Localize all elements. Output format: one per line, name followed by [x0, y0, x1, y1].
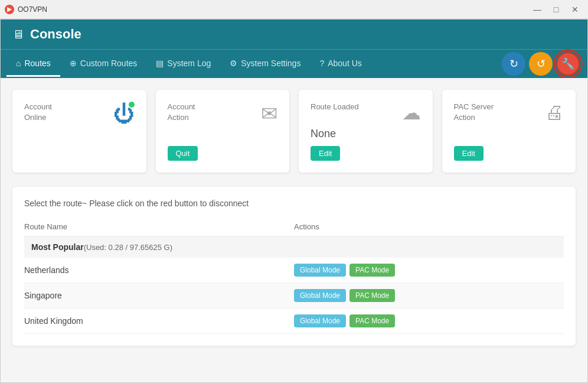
rotate-button[interactable]: ↺ [529, 52, 553, 76]
email-icon: ✉ [261, 102, 277, 125]
route-table-body: Most Popular(Used: 0.28 / 97.65625 G) Ne… [24, 236, 564, 334]
nav-system-log-label: System Log [167, 59, 211, 68]
pac-server-action-buttons: Edit [454, 146, 564, 161]
nav-system-settings-label: System Settings [241, 59, 300, 68]
account-action-buttons: Quit [168, 146, 278, 161]
help-icon: ? [319, 59, 324, 68]
online-status-dot [129, 102, 135, 108]
pac-mode-button-singapore[interactable]: PAC Mode [349, 289, 395, 302]
content-area: AccountOnline ⏻ AccountAction ✉ Quit [1, 78, 587, 382]
route-group-most-popular: Most Popular(Used: 0.28 / 97.65625 G) [24, 236, 564, 258]
route-edit-button[interactable]: Edit [311, 146, 340, 161]
cloud-icon: ☁ [402, 102, 421, 124]
actions-cell: Global Mode PAC Mode [294, 289, 564, 302]
route-name-netherlands: Netherlands [24, 258, 294, 283]
table-row: Singapore Global Mode PAC Mode [24, 283, 564, 309]
gear-icon: ⚙ [230, 59, 237, 68]
route-actions-singapore: Global Mode PAC Mode [294, 283, 564, 309]
nav-item-system-log[interactable]: ▤ System Log [146, 51, 220, 77]
global-mode-button-uk[interactable]: Global Mode [294, 314, 346, 327]
nav-item-routes[interactable]: ⌂ Routes [6, 51, 60, 77]
table-row: Netherlands Global Mode PAC Mode [24, 258, 564, 283]
disconnect-button[interactable]: 🔧 [556, 52, 580, 76]
pac-server-label: PAC ServerAction [454, 102, 494, 123]
route-table-header-row: Route Name Actions [24, 218, 564, 236]
nav-item-custom-routes[interactable]: ⊕ Custom Routes [60, 51, 146, 77]
table-row: United Kingdom Global Mode PAC Mode [24, 309, 564, 334]
status-cards: AccountOnline ⏻ AccountAction ✉ Quit [12, 90, 576, 173]
route-status-text: None [311, 128, 421, 140]
route-table: Route Name Actions Most Popular(Used: 0.… [24, 218, 564, 334]
account-action-label: AccountAction [168, 102, 195, 123]
global-mode-button-singapore[interactable]: Global Mode [294, 289, 346, 302]
main-window: 🖥 Console ⌂ Routes ⊕ Custom Routes ▤ Sys… [0, 19, 588, 383]
header-title: Console [30, 27, 81, 42]
card-account-action: AccountAction ✉ Quit [156, 90, 290, 173]
card-account-online: AccountOnline ⏻ [12, 90, 146, 173]
header: 🖥 Console [1, 20, 587, 49]
actions-cell: Global Mode PAC Mode [294, 314, 564, 327]
group-usage: (Used: 0.28 / 97.65625 G) [84, 243, 172, 252]
minimize-button[interactable]: — [529, 4, 545, 15]
card-pac-server: PAC ServerAction 🖨 Edit [442, 90, 576, 173]
title-bar: ▶ OO7VPN — □ ✕ [0, 0, 588, 19]
console-icon: 🖥 [12, 28, 24, 41]
actions-cell: Global Mode PAC Mode [294, 264, 564, 277]
rotate-icon: ↺ [537, 57, 545, 70]
plus-icon: ⊕ [70, 59, 77, 68]
route-loaded-label: Route Loaded [311, 102, 359, 112]
account-online-label: AccountOnline [24, 102, 52, 123]
col-route-name: Route Name [24, 218, 294, 236]
nav-item-system-settings[interactable]: ⚙ System Settings [220, 51, 310, 77]
navigation: ⌂ Routes ⊕ Custom Routes ▤ System Log ⚙ … [1, 49, 587, 78]
disconnect-icon: 🔧 [561, 57, 574, 70]
pac-server-icon: 🖨 [545, 102, 564, 124]
card-header-account-action: AccountAction ✉ [168, 102, 278, 125]
app-icon: ▶ [5, 5, 14, 14]
route-actions-uk: Global Mode PAC Mode [294, 309, 564, 334]
window-controls: — □ ✕ [529, 4, 583, 15]
home-icon: ⌂ [16, 59, 21, 68]
refresh-button[interactable]: ↻ [502, 52, 525, 76]
route-notice: Select the route~ Please click on the re… [24, 199, 564, 208]
group-header-cell: Most Popular(Used: 0.28 / 97.65625 G) [24, 236, 564, 258]
pac-mode-button-uk[interactable]: PAC Mode [349, 314, 395, 327]
card-route-loaded: Route Loaded ☁ None Edit [299, 90, 433, 173]
nav-routes-label: Routes [24, 59, 50, 68]
title-bar-left: ▶ OO7VPN [5, 5, 47, 14]
route-section: Select the route~ Please click on the re… [12, 187, 576, 346]
power-icon-wrap: ⏻ [113, 102, 135, 126]
route-table-head: Route Name Actions [24, 218, 564, 236]
col-actions: Actions [294, 218, 564, 236]
group-name: Most Popular [31, 242, 84, 252]
card-header-route-loaded: Route Loaded ☁ [311, 102, 421, 124]
nav-about-us-label: About Us [328, 59, 362, 68]
route-name-uk: United Kingdom [24, 309, 294, 334]
log-icon: ▤ [156, 59, 164, 68]
nav-custom-routes-label: Custom Routes [80, 59, 137, 68]
close-button[interactable]: ✕ [567, 4, 583, 15]
maximize-button[interactable]: □ [548, 4, 564, 15]
route-action-buttons: Edit [311, 146, 421, 161]
app-title: OO7VPN [18, 5, 47, 14]
pac-edit-button[interactable]: Edit [454, 146, 484, 161]
route-name-singapore: Singapore [24, 283, 294, 309]
card-header-account-online: AccountOnline ⏻ [24, 102, 135, 126]
quit-button[interactable]: Quit [168, 146, 198, 161]
route-actions-netherlands: Global Mode PAC Mode [294, 258, 564, 283]
global-mode-button-netherlands[interactable]: Global Mode [294, 264, 346, 277]
pac-mode-button-netherlands[interactable]: PAC Mode [349, 264, 395, 277]
card-header-pac-server: PAC ServerAction 🖨 [454, 102, 564, 124]
refresh-icon: ↻ [509, 57, 518, 70]
nav-item-about-us[interactable]: ? About Us [310, 51, 371, 77]
